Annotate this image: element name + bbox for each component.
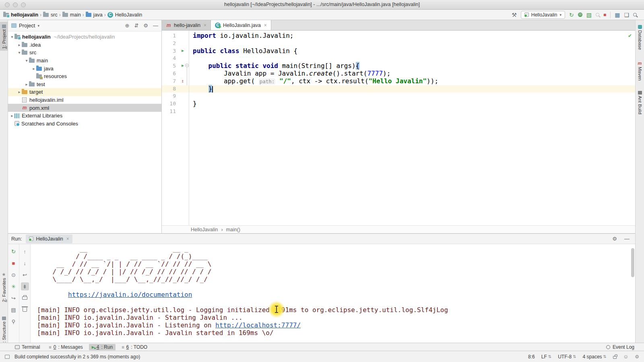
tree-item-test[interactable]: ▸test xyxy=(8,80,161,88)
down-arrow-icon[interactable]: ↓ xyxy=(21,259,29,267)
coverage-button[interactable]: ▧ xyxy=(586,12,592,18)
breadcrumb-project[interactable]: hellojavalin xyxy=(3,12,38,18)
chevron-icon[interactable]: ▾ xyxy=(10,35,14,39)
search-everywhere-icon[interactable] xyxy=(633,13,637,16)
tab-hello-javalin[interactable]: m hello-javalin × xyxy=(162,20,211,30)
inspector-icon[interactable]: ☺ xyxy=(623,354,628,360)
breadcrumb-class[interactable]: HelloJavalin xyxy=(191,227,218,232)
hide-panel-icon[interactable]: — xyxy=(153,23,158,29)
rerun-icon[interactable]: ↻ xyxy=(10,247,18,255)
code-line[interactable]: public static void main(String[] args){ xyxy=(189,62,635,70)
tree-item-src[interactable]: ▾src xyxy=(8,49,161,57)
tool-window-switcher-icon[interactable] xyxy=(5,355,10,359)
code-line[interactable]: } xyxy=(189,100,635,108)
indent-selector[interactable]: 4 spaces⇅ xyxy=(583,354,607,360)
tree-item--idea[interactable]: ▸.idea xyxy=(8,41,161,49)
chevron-icon[interactable]: ▸ xyxy=(17,90,22,94)
event-log-button[interactable]: Event Log xyxy=(603,344,641,350)
locate-file-icon[interactable]: ⊕ xyxy=(125,23,130,29)
clear-console-icon[interactable] xyxy=(21,306,29,314)
run-tab-hellojavalin[interactable]: HelloJavalin × xyxy=(26,234,72,243)
stop-icon[interactable]: ■ xyxy=(10,259,18,267)
tree-item-target[interactable]: ▸target xyxy=(8,88,161,96)
tree-item-hellojavalin[interactable]: ▾hellojavalin~/IdeaProjects/hellojavalin xyxy=(8,33,161,41)
caret-position[interactable]: 8:6 xyxy=(528,354,535,360)
chevron-icon[interactable]: ▾ xyxy=(17,50,22,55)
tree-item-main[interactable]: ▾main xyxy=(8,57,161,65)
chevron-icon[interactable]: ▸ xyxy=(31,66,36,71)
run-line-icon[interactable]: ▶ xyxy=(182,63,184,68)
stop-button[interactable]: ■ xyxy=(603,12,606,17)
gear-icon[interactable]: ⚙ xyxy=(612,236,617,242)
code-line[interactable] xyxy=(189,55,635,62)
tree-item-hellojavalin-iml[interactable]: hellojavalin.iml xyxy=(8,96,161,104)
tree-item-external-libraries[interactable]: ▸External Libraries xyxy=(8,112,161,120)
profiler-button[interactable] xyxy=(596,13,599,16)
gear-icon[interactable]: ⚙ xyxy=(143,23,148,29)
sidebar-item-structure[interactable]: 7: Structure xyxy=(0,314,8,347)
restart-icon[interactable]: ✳ xyxy=(10,282,18,290)
breadcrumb-method[interactable]: main() xyxy=(226,227,240,232)
print-icon[interactable] xyxy=(21,294,29,302)
layout-icon[interactable]: ▤ xyxy=(10,306,18,314)
code-line[interactable]: app.get( path: "/", ctx -> ctx.result("H… xyxy=(189,78,635,85)
up-arrow-icon[interactable]: ↑ xyxy=(21,247,29,255)
lock-icon[interactable] xyxy=(613,356,617,359)
soft-wrap-icon[interactable]: ↩ xyxy=(21,271,29,279)
gutter-mark-icon[interactable]: ↥ xyxy=(181,78,184,84)
breadcrumb-class[interactable]: C HelloJavalin xyxy=(107,12,142,18)
exit-icon[interactable]: ↪ xyxy=(10,294,18,302)
code-line[interactable] xyxy=(189,108,635,115)
breadcrumb-main[interactable]: main xyxy=(62,12,81,18)
toolwindow-button-terminal[interactable]: Terminal xyxy=(12,344,43,350)
code-line[interactable]: public class HelloJavalin { xyxy=(189,47,635,55)
project-structure-icon[interactable]: ▦ xyxy=(615,12,620,18)
hide-panel-icon[interactable]: — xyxy=(624,236,630,242)
tool-window-icon[interactable]: ❏ xyxy=(624,12,629,18)
tree-item-java[interactable]: ▸java xyxy=(8,64,161,72)
close-icon[interactable]: × xyxy=(204,23,206,28)
run-line-icon[interactable]: ▶ xyxy=(182,48,184,53)
inspection-ok-icon[interactable]: ✔ xyxy=(628,33,632,39)
tab-hellojavalin-java[interactable]: C HelloJavalin.java × xyxy=(211,20,271,30)
collapse-all-icon[interactable]: ⇵ xyxy=(134,23,138,29)
close-icon[interactable]: × xyxy=(264,23,267,28)
toolwindow-button-todo[interactable]: ≡6: TODO xyxy=(119,344,150,350)
encoding-selector[interactable]: UTF-8⇅ xyxy=(558,354,576,360)
console-scrollbar[interactable] xyxy=(631,248,634,277)
code-line[interactable]: Javalin app = Javalin.create().start(777… xyxy=(189,70,635,78)
rerun-button[interactable]: ↻ xyxy=(569,12,574,18)
debug-button[interactable] xyxy=(578,12,582,17)
sidebar-item-database[interactable]: Database xyxy=(636,23,644,51)
pin-icon[interactable]: ⚲ xyxy=(10,317,18,325)
toolwindow-button-messages[interactable]: ≡0: Messages xyxy=(46,344,85,350)
code-line[interactable] xyxy=(189,93,635,100)
documentation-link[interactable]: https://javalin.io/documentation xyxy=(68,291,192,298)
chevron-icon[interactable]: ▸ xyxy=(24,82,29,86)
chevron-icon[interactable]: ▾ xyxy=(24,58,29,63)
code-line[interactable] xyxy=(189,40,635,47)
sidebar-item-maven[interactable]: m Maven xyxy=(636,59,644,82)
build-hammer-icon[interactable]: ⚒ xyxy=(512,12,517,18)
run-configuration-selector[interactable]: HelloJavalin ▾ xyxy=(521,11,565,19)
tree-item-pom-xml[interactable]: mpom.xml xyxy=(8,104,161,112)
thread-dump-icon[interactable]: ⊙ xyxy=(10,271,18,279)
tree-item-resources[interactable]: resources xyxy=(8,72,161,80)
line-ending-selector[interactable]: LF⇅ xyxy=(541,354,551,360)
close-icon[interactable]: × xyxy=(66,236,69,242)
breadcrumb-java[interactable]: java xyxy=(86,12,103,18)
code-line[interactable]: import io.javalin.Javalin; xyxy=(189,32,635,40)
tree-item-scratches-and-consoles[interactable]: Scratches and Consoles xyxy=(8,120,161,128)
toolwindow-button-run[interactable]: ▶4: Run xyxy=(89,344,116,350)
code-editor[interactable]: − − 123▶45▶67↥891011 import io.javalin.J… xyxy=(162,31,635,225)
run-console[interactable]: __ __ _ / /____ _ _ __ ____ _ / /(_)____… xyxy=(34,244,630,343)
breadcrumb-src[interactable]: src xyxy=(43,12,58,18)
localhost-link[interactable]: http://localhost:7777/ xyxy=(215,321,301,329)
code-line[interactable]: } xyxy=(189,85,635,93)
scroll-to-end-icon[interactable]: ⇟ xyxy=(21,282,29,290)
chevron-icon[interactable]: ▸ xyxy=(10,113,14,118)
sidebar-item-favorites[interactable]: ★ 2: Favorites xyxy=(0,269,8,304)
gear-icon[interactable]: ⚙ xyxy=(635,354,639,360)
chevron-down-icon[interactable]: ▾ xyxy=(37,24,39,28)
sidebar-item-ant-build[interactable]: Ant Build xyxy=(636,88,644,115)
